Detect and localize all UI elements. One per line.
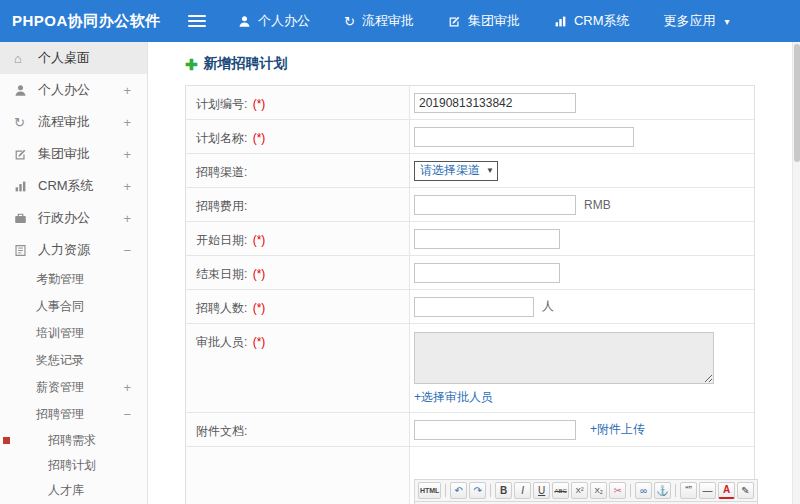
nav-item-more-apps[interactable]: 更多应用 ▾ [664, 12, 730, 30]
chevron-down-icon: ▾ [725, 16, 730, 27]
sidebar: ⌂ 个人桌面 个人办公 + ↻ 流程审批 + 集团审批 + CRM系统 + 行政… [0, 42, 148, 504]
required-mark: (*) [253, 335, 266, 349]
blockquote-button[interactable]: “” [680, 482, 697, 499]
expand-toggle[interactable]: + [123, 115, 131, 130]
cost-input[interactable] [414, 195, 576, 215]
attachment-upload-link[interactable]: +附件上传 [590, 421, 645, 438]
channel-select[interactable]: 请选择渠道 ▼ [414, 161, 498, 181]
undo-button[interactable]: ↶ [450, 482, 467, 499]
text-color-button[interactable]: A [718, 482, 735, 499]
vertical-scrollbar[interactable] [792, 42, 800, 504]
sidebar-item-talent-pool[interactable]: 人才库 [0, 478, 147, 503]
sidebar-item-recruitment-plan[interactable]: 招聘计划 [0, 453, 147, 478]
sidebar-item-salary-management[interactable]: 薪资管理 + [0, 374, 147, 401]
sidebar-item-label: 人才库 [48, 482, 84, 499]
expand-toggle[interactable]: + [123, 147, 131, 162]
user-icon [238, 15, 251, 28]
sidebar-item-recruitment-demand[interactable]: 招聘需求 [0, 428, 147, 453]
headcount-input[interactable] [414, 297, 534, 317]
sidebar-item-attendance-management[interactable]: 考勤管理 [0, 266, 147, 293]
sidebar-item-label: 集团审批 [38, 145, 90, 163]
field-label: 计划编号: (*) [186, 86, 410, 119]
expand-toggle[interactable]: + [123, 179, 131, 194]
plan-name-input[interactable] [414, 127, 634, 147]
form-row-attachment: 附件文档: +附件上传 [186, 413, 754, 447]
link-button[interactable]: ∞ [635, 482, 652, 499]
horizontal-rule-button[interactable]: — [699, 482, 716, 499]
expand-toggle[interactable]: + [123, 380, 131, 395]
form-row-plan-name: 计划名称: (*) [186, 120, 754, 154]
sidebar-item-label: 招聘计划 [48, 457, 96, 474]
italic-button[interactable]: I [514, 482, 531, 499]
nav-item-group-approval[interactable]: 集团审批 [448, 12, 520, 30]
sidebar-item-group-approval[interactable]: 集团审批 + [0, 138, 147, 170]
form-row-cost: 招聘费用: RMB [186, 188, 754, 222]
sidebar-item-human-resources[interactable]: 人力资源 − [0, 234, 147, 266]
sidebar-item-recruitment-management[interactable]: 招聘管理 − [0, 401, 147, 428]
nav-item-workflow-approval[interactable]: ↻ 流程审批 [344, 12, 414, 30]
nav-item-crm-system[interactable]: CRM系统 [554, 12, 630, 30]
collapse-toggle[interactable]: − [123, 243, 131, 258]
field-label: 开始日期: (*) [186, 222, 410, 255]
menu-icon[interactable] [188, 15, 206, 27]
add-icon: ✚ [185, 57, 198, 72]
currency-suffix: RMB [584, 198, 611, 212]
sidebar-item-admin-office[interactable]: 行政办公 + [0, 202, 147, 234]
superscript-button[interactable]: X² [571, 482, 588, 499]
field-label: 结束日期: (*) [186, 256, 410, 289]
subscript-button[interactable]: X₂ [590, 482, 607, 499]
label-text: 计划编号: [196, 97, 247, 111]
html-source-button[interactable]: HTML [418, 482, 441, 499]
collapse-toggle[interactable]: − [123, 407, 131, 422]
approver-textarea[interactable] [414, 332, 714, 384]
recruit-plan-form: 计划编号: (*) 计划名称: (*) 招聘渠道: [185, 85, 755, 504]
bar-chart-icon [554, 15, 567, 28]
form-row-end-date: 结束日期: (*) [186, 256, 754, 290]
form-row-approver: 审批人员: (*) +选择审批人员 [186, 324, 754, 413]
sidebar-item-reward-punishment[interactable]: 奖惩记录 [0, 347, 147, 374]
required-mark: (*) [253, 233, 266, 247]
attachment-input[interactable] [414, 420, 576, 440]
scrollbar-thumb[interactable] [794, 44, 800, 162]
underline-button[interactable]: U [533, 482, 550, 499]
nav-item-personal-office[interactable]: 个人办公 [238, 12, 310, 30]
sidebar-item-label: 个人桌面 [38, 49, 90, 67]
bold-button[interactable]: B [495, 482, 512, 499]
expand-toggle[interactable]: + [123, 211, 131, 226]
sidebar-item-label: 流程审批 [38, 113, 90, 131]
label-text: 结束日期: [196, 267, 247, 281]
anchor-button[interactable]: ⚓ [654, 482, 671, 499]
end-date-input[interactable] [414, 263, 560, 283]
label-text: 招聘费用: [196, 199, 247, 213]
strikethrough-button[interactable]: ABC [552, 482, 569, 499]
form-row-start-date: 开始日期: (*) [186, 222, 754, 256]
field-label-empty [186, 447, 410, 504]
sidebar-item-personal-office[interactable]: 个人办公 + [0, 74, 147, 106]
sidebar-item-label: 招聘需求 [48, 432, 96, 449]
select-approver-link[interactable]: +选择审批人员 [414, 389, 493, 406]
plan-number-input[interactable] [414, 93, 576, 113]
sidebar-item-personal-desktop[interactable]: ⌂ 个人桌面 [0, 42, 147, 74]
toolbar-separator [445, 484, 446, 497]
nav-label: 流程审批 [362, 12, 414, 30]
sidebar-item-training-management[interactable]: 培训管理 [0, 320, 147, 347]
field-label: 计划名称: (*) [186, 120, 410, 153]
sidebar-item-label: CRM系统 [38, 177, 94, 195]
chevron-down-icon: ▼ [483, 166, 497, 175]
bar-chart-icon [14, 180, 31, 193]
sidebar-item-label: 个人办公 [38, 81, 90, 99]
highlight-color-button[interactable]: ✎ [737, 482, 754, 499]
label-text: 计划名称: [196, 131, 247, 145]
required-mark: (*) [253, 267, 266, 281]
redo-button[interactable]: ↷ [469, 482, 486, 499]
briefcase-icon [14, 212, 31, 225]
expand-toggle[interactable]: + [123, 83, 131, 98]
notification-dot [3, 437, 10, 444]
editor-toolbar-row1: HTML ↶ ↷ B I U ABC X² X₂ ✂ [414, 479, 758, 502]
hr-book-icon [14, 244, 31, 257]
remove-format-button[interactable]: ✂ [609, 482, 626, 499]
sidebar-item-workflow-approval[interactable]: ↻ 流程审批 + [0, 106, 147, 138]
sidebar-item-crm-system[interactable]: CRM系统 + [0, 170, 147, 202]
sidebar-item-personnel-contract[interactable]: 人事合同 [0, 293, 147, 320]
start-date-input[interactable] [414, 229, 560, 249]
